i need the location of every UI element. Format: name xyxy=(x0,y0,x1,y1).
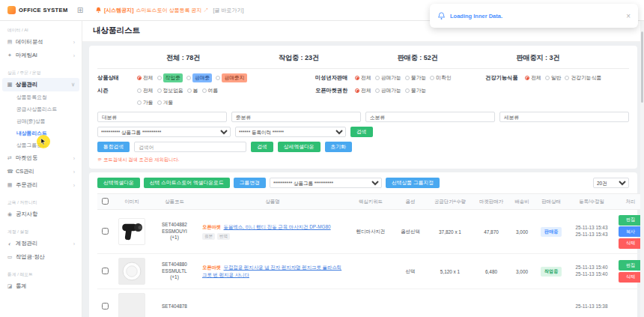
category-filter-row xyxy=(97,112,629,122)
select-all-checkbox[interactable] xyxy=(102,198,109,205)
radio-health-functional[interactable]: 건강기능식품 xyxy=(565,74,601,82)
sidebar-item-order-mgmt[interactable]: ▦ 주문관리 › xyxy=(0,178,82,192)
product-image[interactable] xyxy=(118,293,145,317)
group-assign-select[interactable]: ********** 상품그룹 ********** xyxy=(270,178,382,188)
sidebar-item-data-analysis[interactable]: ▤ 데이터분석 › xyxy=(0,35,82,49)
product-name-link[interactable]: 동몸엑스, 미니 핸디 전동 근육 마사지건 DP-MG80 xyxy=(224,224,331,229)
product-image[interactable] xyxy=(118,258,145,285)
category3-input[interactable] xyxy=(365,112,495,122)
radio-season-all[interactable]: 전체 xyxy=(137,87,154,94)
notice-bar[interactable]: [시스템공지] 스마트스토어 상품등록 공지 ↗ [글 바로가기] xyxy=(95,7,243,14)
radio-minor-no[interactable]: 불가능 xyxy=(405,74,426,82)
scrollbar-thumb[interactable] xyxy=(641,31,643,103)
bulk-action-row: 선택엑셀다운 선택 스마트스토어 엑셀다운로드 그룹변경 ********** … xyxy=(97,178,629,188)
apps-grid-icon[interactable]: ⊞ xyxy=(77,6,83,14)
radio-openmarket-no[interactable]: 불가능 xyxy=(405,87,426,94)
vertical-scrollbar[interactable] xyxy=(640,21,644,317)
detail-excel-download-button[interactable]: 상세엑셀다운 xyxy=(278,142,321,152)
sidebar-item-announcements[interactable]: ◉ 공지사항 xyxy=(0,208,82,221)
delete-button[interactable]: 삭제 xyxy=(619,272,643,283)
assign-group-button[interactable]: 선택상품 그룹지정 xyxy=(386,178,440,188)
sidebar-item-statistics[interactable]: ◪ 통계 xyxy=(0,280,82,293)
radio-icon xyxy=(186,76,191,80)
sidebar-item-product-mgmt[interactable]: ▣ 상품관리 ∨ xyxy=(2,78,79,91)
category4-input[interactable] xyxy=(499,112,629,122)
sidebar-sub-selling-products[interactable]: 판매(중)상품 xyxy=(0,115,82,127)
row-checkbox[interactable] xyxy=(102,268,109,274)
radio-label: 판매중 xyxy=(192,73,212,82)
radio-health-all[interactable]: 전체 xyxy=(525,74,541,82)
sidebar-item-account-mgmt[interactable]: ◐ 계정관리 › xyxy=(0,237,82,250)
radio-minor-all[interactable]: 전체 xyxy=(355,74,371,82)
radio-minor-unknown[interactable]: 미확인 xyxy=(430,74,451,82)
sidebar-item-market-link[interactable]: ⇄ 마켓연동 › xyxy=(0,151,82,165)
sidebar-item-marketing-ai[interactable]: ✦ 마케팅AI › xyxy=(0,49,82,62)
radio-season-summer[interactable]: 여름 xyxy=(202,87,219,94)
radio-status-selling[interactable]: 판매중 xyxy=(186,73,212,82)
radio-status-working[interactable]: 작업중 xyxy=(157,73,183,82)
product-image[interactable] xyxy=(118,218,145,245)
filter-label: 시즌 xyxy=(97,87,133,94)
radio-openmarket-ok[interactable]: 판매가능 xyxy=(375,87,401,94)
product-table: 이미지 상품코드 상품명 핵심키워드 옵션 공급단가+수량 마켓판매가 배송비 … xyxy=(97,193,644,317)
filter-minor: 미성년자판매 전체 판매가능 불가능 미확인 xyxy=(315,73,485,82)
page-size-select[interactable]: 20건 xyxy=(593,178,629,188)
radio-icon xyxy=(137,76,142,80)
sidebar-item-label: 마케팅AI xyxy=(16,52,37,59)
sidebar: 데이터 / AI ▤ 데이터분석 › ✦ 마케팅AI › 상품 / 주문 / 운… xyxy=(0,21,82,317)
filter-season-cont: 가을 겨울 xyxy=(97,99,315,106)
radio-status-stopped[interactable]: 판매중지 xyxy=(216,73,246,82)
sidebar-sub-product-register-request[interactable]: 상품등록요청 xyxy=(0,91,82,103)
shipping-cell xyxy=(509,289,535,317)
product-name-link[interactable]: 무접점용 렌지사용 냄 전자 렌지자명 렌지그릇 플라스틱그릇 번 렌지용 사니… xyxy=(202,265,341,277)
radio-label: 전체 xyxy=(531,74,541,82)
col-shipping: 배송비 xyxy=(509,194,535,210)
radio-status-all[interactable]: 전체 xyxy=(137,74,154,82)
col-price: 마켓판매가 xyxy=(473,194,509,210)
search-button[interactable]: 검색 xyxy=(251,142,273,152)
keyword-input[interactable] xyxy=(134,142,246,152)
bell-icon xyxy=(437,12,446,20)
product-code: SET404880 xyxy=(153,262,196,268)
massage-gun-image xyxy=(119,219,145,244)
selected-excel-button[interactable]: 선택엑셀다운 xyxy=(97,178,140,188)
unified-search-button[interactable]: 통합검색 xyxy=(97,142,130,152)
sidebar-item-cs-mgmt[interactable]: ☎ CS관리 › xyxy=(0,165,82,178)
product-name-cell xyxy=(198,289,347,317)
search-button[interactable]: 검색 xyxy=(350,127,373,137)
edit-button[interactable]: 편집 xyxy=(619,260,643,271)
radio-health-normal[interactable]: 일반 xyxy=(545,74,562,82)
stats-icon: ◪ xyxy=(7,283,13,289)
col-code: 상품코드 xyxy=(151,194,198,210)
category2-input[interactable] xyxy=(231,112,361,122)
radio-minor-ok[interactable]: 판매가능 xyxy=(375,74,401,82)
notice-link[interactable]: [글 바로가기] xyxy=(213,7,244,14)
radio-icon xyxy=(157,76,162,80)
delete-button[interactable]: 삭제 xyxy=(619,238,643,249)
openmarket-badge: 오픈마켓 xyxy=(202,265,221,270)
product-code-cell: SET404880 ESSMULTL (+1) xyxy=(151,254,198,289)
category1-input[interactable] xyxy=(97,112,227,122)
app-logo[interactable]: OFFICE SYSTEM xyxy=(7,6,68,14)
close-icon[interactable]: × xyxy=(626,12,631,20)
radio-season-spring[interactable]: 봄 xyxy=(187,87,198,94)
radio-season-fall[interactable]: 가을 xyxy=(137,99,154,106)
edit-button[interactable]: 편집 xyxy=(619,215,643,226)
radio-season-winter[interactable]: 겨울 xyxy=(157,99,174,106)
group-change-button[interactable]: 그룹변경 xyxy=(234,178,266,188)
filter-label: 건강기능식품 xyxy=(485,74,521,82)
smartstore-excel-button[interactable]: 선택 스마트스토어 엑셀다운로드 xyxy=(144,178,230,188)
copy-button[interactable]: 복사 xyxy=(619,226,643,237)
row-checkbox[interactable] xyxy=(102,303,109,310)
radio-label: 건강기능식품 xyxy=(571,74,601,82)
status-cell xyxy=(535,289,568,317)
row-checkbox[interactable] xyxy=(102,228,109,235)
product-group-select[interactable]: ********** 상품그룹 ********** xyxy=(97,127,231,137)
sidebar-item-settlement[interactable]: ▭ 작업금·정산 xyxy=(0,250,82,264)
register-history-select[interactable]: ****** 등록이력 ****** xyxy=(235,127,346,137)
sidebar-sub-supplier-product-list[interactable]: 공급사상품리스트 xyxy=(0,103,82,115)
radio-icon xyxy=(525,76,529,80)
radio-season-none[interactable]: 정보없음 xyxy=(157,87,183,94)
radio-openmarket-all[interactable]: 전체 xyxy=(355,87,371,94)
reset-button[interactable]: 초기화 xyxy=(325,142,352,152)
